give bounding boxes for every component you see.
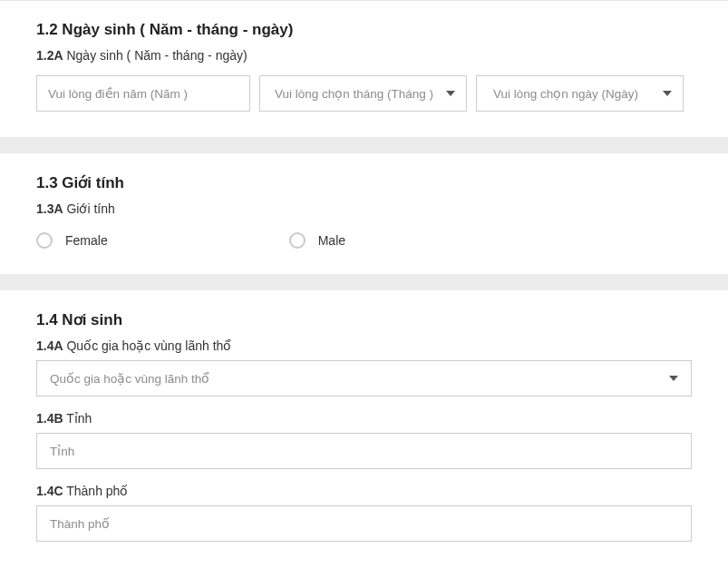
subsection-code: 1.4B <box>36 411 63 426</box>
section-divider <box>0 137 728 153</box>
subsection-code: 1.4C <box>36 484 63 498</box>
chevron-down-icon <box>663 91 672 96</box>
gender-female-label: Female <box>65 233 108 248</box>
year-placeholder: Vui lòng điền năm (Năm ) <box>48 86 188 101</box>
day-select[interactable]: Vui lòng chọn ngày (Ngày) <box>476 75 684 112</box>
subsection-text: Tỉnh <box>63 411 92 426</box>
subsection-text: Quốc gia hoặc vùng lãnh thổ <box>63 338 232 353</box>
section-title-1-4: 1.4 Nơi sinh <box>36 310 692 329</box>
gender-male-label: Male <box>318 233 345 248</box>
month-select[interactable]: Vui lòng chọn tháng (Tháng ) <box>259 75 467 112</box>
gender-options: Female Male <box>36 229 692 249</box>
gender-male-option[interactable]: Male <box>289 232 345 249</box>
month-placeholder: Vui lòng chọn tháng (Tháng ) <box>271 86 437 101</box>
subsection-code: 1.3A <box>36 201 63 216</box>
subsection-1-4c: 1.4C Thành phố <box>36 484 692 498</box>
chevron-down-icon <box>446 91 455 96</box>
city-input[interactable]: Thành phố <box>36 505 692 542</box>
subsection-text: Giới tính <box>63 201 115 216</box>
subsection-1-3a: 1.3A Giới tính <box>36 201 692 216</box>
gender-female-option[interactable]: Female <box>36 232 108 249</box>
section-title-1-2: 1.2 Ngày sinh ( Năm - tháng - ngày) <box>36 21 692 39</box>
province-placeholder: Tỉnh <box>50 444 74 458</box>
section-birth-date: 1.2 Ngày sinh ( Năm - tháng - ngày) 1.2A… <box>0 1 728 137</box>
radio-icon <box>36 232 53 249</box>
province-input[interactable]: Tỉnh <box>36 433 692 469</box>
subsection-text: Ngày sinh ( Năm - tháng - ngày) <box>63 48 248 63</box>
section-divider <box>0 274 728 290</box>
city-placeholder: Thành phố <box>50 516 110 531</box>
subsection-code: 1.4A <box>36 338 63 353</box>
section-birth-place: 1.4 Nơi sinh 1.4A Quốc gia hoặc vùng lãn… <box>0 290 728 556</box>
day-placeholder: Vui lòng chọn ngày (Ngày) <box>488 86 663 101</box>
subsection-1-2a: 1.2A Ngày sinh ( Năm - tháng - ngày) <box>36 48 692 63</box>
section-gender: 1.3 Giới tính 1.3A Giới tính Female Male <box>0 153 728 274</box>
radio-icon <box>289 232 306 249</box>
subsection-1-4b: 1.4B Tỉnh <box>36 411 692 426</box>
country-select[interactable]: Quốc gia hoặc vùng lãnh thổ <box>36 360 692 397</box>
country-placeholder: Quốc gia hoặc vùng lãnh thổ <box>50 371 209 386</box>
year-input[interactable]: Vui lòng điền năm (Năm ) <box>36 75 250 112</box>
chevron-down-icon <box>669 376 678 381</box>
section-title-1-3: 1.3 Giới tính <box>36 173 692 192</box>
birth-date-row: Vui lòng điền năm (Năm ) Vui lòng chọn t… <box>36 75 692 112</box>
subsection-code: 1.2A <box>36 48 63 63</box>
subsection-text: Thành phố <box>63 484 129 498</box>
subsection-1-4a: 1.4A Quốc gia hoặc vùng lãnh thổ <box>36 338 692 353</box>
